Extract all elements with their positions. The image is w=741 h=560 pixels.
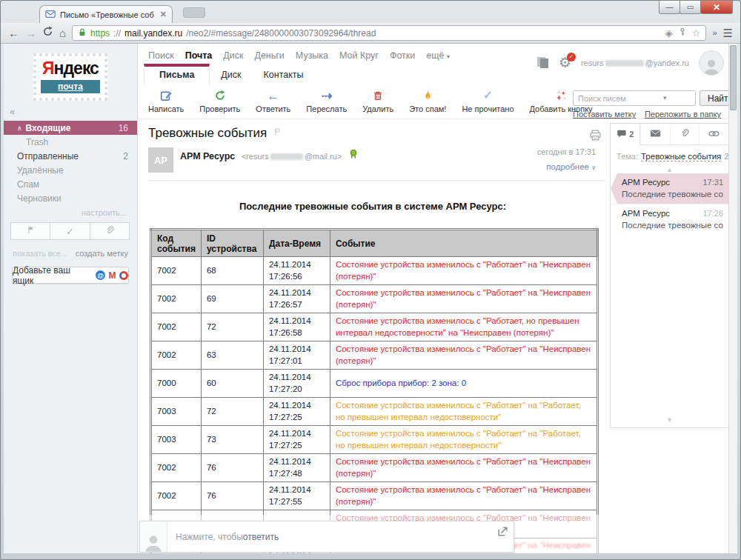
collections-icon[interactable] xyxy=(537,57,549,69)
tab-contacts[interactable]: Контакты xyxy=(253,64,315,85)
sender-avatar[interactable]: AP xyxy=(148,147,173,173)
nav-mail[interactable]: Почта xyxy=(185,50,213,61)
folder-label: Удалённые xyxy=(17,165,64,176)
sidebar-item-deleted[interactable]: Удалённые xyxy=(4,163,137,177)
set-label-link[interactable]: Поставить метку xyxy=(573,110,636,119)
overflow-chevrons-icon[interactable]: » xyxy=(712,29,717,37)
flag-filter-button[interactable] xyxy=(10,222,50,240)
nav-music[interactable]: Музыка xyxy=(296,50,328,61)
event-text: Состояние устройства изменилось с "Работ… xyxy=(336,316,579,337)
sender-name[interactable]: АРМ Ресурс xyxy=(180,151,235,161)
browser-tab[interactable]: Письмо «Тревожные соб ✕ xyxy=(39,5,173,23)
event-text: Сброс прибора прибор: 2 зона: 0 xyxy=(336,379,466,387)
table-row: 700060 24.11.201417:27:20 Сброс прибора … xyxy=(151,370,598,398)
key-icon[interactable] xyxy=(678,27,687,39)
table-row: 700263 24.11.201417:27:01 Состояние устр… xyxy=(151,341,598,370)
details-link[interactable]: подробнее ∨ xyxy=(537,162,596,171)
folder-label: Спам xyxy=(17,179,39,190)
expand-compose-icon[interactable] xyxy=(497,521,514,552)
back-icon[interactable]: ← xyxy=(8,27,19,39)
forward-icon[interactable]: → xyxy=(25,27,36,39)
check-filter-button[interactable]: ✓ xyxy=(50,222,90,240)
folder-list: ∧ Входящие 16 Trash Отправленные 2 Удалё… xyxy=(4,121,137,205)
account-area: ⚙ resurs@yandex.ru xyxy=(537,50,724,76)
tab-thread-messages[interactable]: 2 xyxy=(611,124,640,145)
thread-scroll-up-icon[interactable]: ▲ xyxy=(611,166,728,173)
star-icon[interactable]: ☆ xyxy=(692,27,701,39)
url-domain: mail.yandex.ru xyxy=(124,28,182,39)
print-icon[interactable] xyxy=(589,129,602,144)
sidebar-item-spam[interactable]: Спам xyxy=(4,177,137,191)
sidebar-item-drafts[interactable]: Черновики xyxy=(4,191,137,205)
close-button[interactable]: ✕ xyxy=(700,1,733,14)
tab-thread-unread[interactable] xyxy=(640,124,670,144)
show-all-link[interactable]: показать все... xyxy=(13,249,67,258)
check-mail-button[interactable]: Проверить xyxy=(199,89,240,113)
move-to-folder-link[interactable]: Переложить в папку xyxy=(645,110,721,119)
compose-button[interactable]: Написать xyxy=(148,89,184,113)
find-button[interactable]: Найти xyxy=(700,90,728,106)
search-input[interactable] xyxy=(573,90,696,106)
mailru-icon: @ xyxy=(96,270,105,280)
url-path: /neo2/#message/2480000003073092964/threa… xyxy=(186,28,376,39)
yandex-mail-logo[interactable]: Яндекс почта xyxy=(33,53,107,101)
new-tab-button[interactable] xyxy=(183,7,205,18)
refresh-icon[interactable] xyxy=(42,26,53,40)
sender-row: AP АРМ Ресурс <resurs@mail.ru> сегодня в… xyxy=(148,147,605,173)
table-header-row: Код события ID устройства Дата-Время Соб… xyxy=(151,230,598,257)
thread-item-current[interactable]: АРМ Ресурс 17:31 Последние тревожные соб… xyxy=(611,173,728,204)
reply-button[interactable]: ← Ответить xyxy=(256,89,290,113)
delete-label: Удалить xyxy=(362,104,393,113)
quick-reply-bar[interactable]: Нажмите, чтобы ответить xyxy=(139,521,514,553)
nav-disk[interactable]: Диск xyxy=(223,50,243,61)
tab-close-icon[interactable]: ✕ xyxy=(160,10,167,19)
forward-button[interactable]: ⇢ Переслать xyxy=(306,89,347,113)
add-mailbox-button[interactable]: Добавьте ваш ящик @ M xyxy=(12,267,129,284)
account-email[interactable]: resurs@yandex.ru xyxy=(581,59,689,67)
mark-unread-button[interactable]: ✓ Не прочитано xyxy=(462,89,514,113)
tab-thread-links[interactable] xyxy=(699,124,728,144)
create-label-link[interactable]: создать метку xyxy=(76,249,128,258)
spam-button[interactable]: Это спам! xyxy=(409,89,446,113)
col-header-event: Событие xyxy=(330,230,597,257)
tab-letters[interactable]: Письма xyxy=(144,64,210,85)
reply-link[interactable]: ответить xyxy=(243,532,279,542)
nav-circle[interactable]: Мой Круг xyxy=(339,50,379,61)
tab-disk[interactable]: Диск xyxy=(210,64,252,85)
col-header-datetime: Дата-Время xyxy=(263,230,330,257)
bookmark-diamond-icon[interactable]: ◈ xyxy=(665,27,673,39)
maximize-button[interactable]: ▭ xyxy=(679,1,701,14)
sidebar-item-inbox[interactable]: ∧ Входящие 16 xyxy=(4,121,137,135)
sidebar-item-trash[interactable]: Trash xyxy=(4,135,137,149)
sidebar-collapse-icon[interactable]: « xyxy=(10,106,137,117)
reply-prompt[interactable]: Нажмите, чтобы ответить xyxy=(167,521,497,552)
sender-badge-icon xyxy=(349,149,358,161)
tab-thread-attachments[interactable] xyxy=(670,124,700,144)
minimize-button[interactable]: — xyxy=(659,1,680,14)
thread-item-time: 17:26 xyxy=(702,209,723,218)
thread-item[interactable]: АРМ Ресурс 17:26 Последние тревожные соб… xyxy=(611,204,728,235)
delete-button[interactable]: Удалить xyxy=(362,89,393,113)
nav-money[interactable]: Деньги xyxy=(254,50,284,61)
url-field[interactable]: https://mail.yandex.ru/neo2/#message/248… xyxy=(72,25,706,41)
thread-scroll-down-icon[interactable]: ▼ xyxy=(611,416,728,424)
settings-button[interactable]: ⚙ xyxy=(559,56,571,70)
user-avatar[interactable] xyxy=(699,50,724,76)
theme-subject-link[interactable]: Тревожные события xyxy=(641,152,721,161)
configure-folders-link[interactable]: настроить... xyxy=(4,208,137,217)
nav-search[interactable]: Поиск xyxy=(148,50,174,61)
scrollbar-thumb[interactable] xyxy=(730,45,737,110)
folder-count: 2 xyxy=(123,151,128,161)
table-row: 700269 24.11.201417:26:57 Состояние устр… xyxy=(151,285,598,313)
padlock-icon xyxy=(78,27,87,39)
page-scrollbar[interactable] xyxy=(728,44,737,553)
compose-label: Написать xyxy=(148,104,184,113)
nav-photos[interactable]: Фотки xyxy=(390,50,415,61)
attachment-filter-button[interactable] xyxy=(90,222,130,240)
nav-more[interactable]: ещё ▾ xyxy=(426,50,450,61)
sidebar-item-sent[interactable]: Отправленные 2 xyxy=(4,149,137,163)
pochta-banner: почта xyxy=(41,80,100,93)
menu-hamburger-icon[interactable]: ☰ xyxy=(723,27,733,39)
home-icon[interactable]: ⌂ xyxy=(59,27,66,39)
subject-flag-icon[interactable] xyxy=(273,126,282,141)
